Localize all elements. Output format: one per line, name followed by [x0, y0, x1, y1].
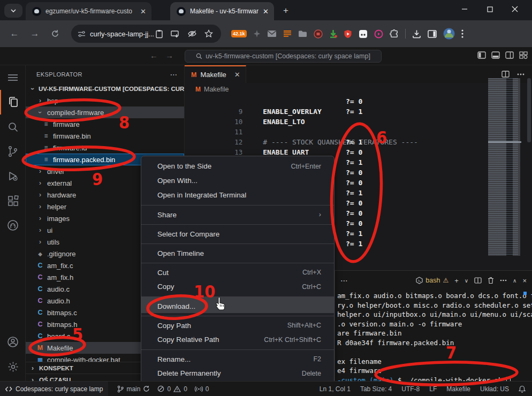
- context-menu-item[interactable]: Copy Relative Path Ctrl+K Ctrl+Shift+C: [141, 332, 334, 347]
- context-menu-item[interactable]: Rename... F2: [141, 349, 334, 366]
- tab-size[interactable]: Tab Size: 4: [360, 385, 392, 393]
- play-circle-extension-icon[interactable]: [374, 29, 383, 39]
- shield-play-extension-icon[interactable]: [344, 29, 352, 39]
- tab-search-button[interactable]: [4, 4, 22, 18]
- browser-tab-1[interactable]: egzumer/uv-k5-firmware-custo ✕: [26, 2, 151, 20]
- sidebar-item-github[interactable]: [0, 213, 26, 238]
- eol[interactable]: LF: [429, 385, 437, 393]
- context-menu-item[interactable]: Select for Compare: [141, 224, 334, 241]
- context-menu-item[interactable]: Open With...: [141, 173, 334, 188]
- new-tab-button[interactable]: +: [279, 4, 292, 17]
- terminal-dropdown-icon[interactable]: ∨: [465, 278, 468, 284]
- notifications-bell-icon[interactable]: [519, 385, 526, 393]
- browser-tab-strip: egzumer/uv-k5-firmware-custo ✕ Makefile …: [0, 0, 532, 20]
- split-editor-icon[interactable]: [501, 71, 510, 78]
- downloads-icon[interactable]: [412, 29, 421, 39]
- tree-row[interactable]: ≡ firmware: [26, 118, 184, 130]
- keyboard-layout[interactable]: Układ: US: [480, 385, 509, 393]
- bookmark-star-icon[interactable]: [204, 29, 213, 38]
- terminal-tab-bash[interactable]: bash ⚠: [416, 277, 449, 284]
- browser-tab-2[interactable]: Makefile - uv-k5-firmware-cust ✕: [170, 2, 274, 20]
- toggle-sidebar-icon[interactable]: [477, 51, 486, 59]
- ports-indicator[interactable]: 0: [191, 382, 213, 396]
- tree-row[interactable]: › compiled-firmware: [26, 106, 184, 118]
- terminal-more-actions-icon[interactable]: [500, 279, 507, 281]
- browser-menu-icon[interactable]: [461, 29, 463, 38]
- terminal-output[interactable]: am_fix.o audio.o bitmaps.o board.o dcs.o…: [335, 290, 532, 385]
- downloader-extension-icon[interactable]: [329, 29, 337, 39]
- remote-indicator[interactable]: Codespaces: curly space lamp: [0, 382, 108, 396]
- forward-icon[interactable]: →: [27, 28, 43, 39]
- tree-row[interactable]: ≡ firmware.bin: [26, 130, 184, 142]
- new-terminal-icon[interactable]: +: [454, 277, 459, 285]
- profile-avatar[interactable]: [443, 28, 455, 40]
- mail-extension-icon[interactable]: [267, 30, 277, 37]
- sidebar-item-search[interactable]: [0, 115, 26, 139]
- reload-icon[interactable]: [47, 29, 63, 38]
- eye-off-icon[interactable]: [187, 30, 197, 37]
- tab-makefile[interactable]: M Makefile ✕: [185, 65, 246, 83]
- toggle-secondary-sidebar-icon[interactable]: [505, 51, 514, 59]
- problems-indicator[interactable]: 0 0: [154, 382, 191, 396]
- close-panel-icon[interactable]: ×: [522, 277, 527, 285]
- tab-close-icon[interactable]: ✕: [140, 7, 146, 16]
- extensions-puzzle-icon[interactable]: [390, 29, 399, 39]
- sidebar-item-source-control[interactable]: [0, 139, 26, 164]
- sidebar-item-explorer[interactable]: [0, 90, 26, 115]
- explorer-more-icon[interactable]: ⋯: [170, 70, 178, 79]
- tree-root-row[interactable]: › UV-K5-FIRMWARE-CUSTOM [CODESPACES: CUR…: [26, 83, 184, 95]
- sidebar-item-extensions[interactable]: [0, 188, 26, 213]
- context-menu-item[interactable]: Open to the Side Ctrl+Enter: [141, 159, 334, 173]
- back-icon[interactable]: ←: [6, 28, 22, 39]
- tree-row-label: images: [47, 215, 70, 223]
- context-menu-item[interactable]: Delete Permanently Delete: [141, 366, 334, 380]
- maximize-panel-icon[interactable]: ∧: [513, 278, 516, 284]
- spark-extension-icon[interactable]: [253, 29, 261, 38]
- settings-gear-icon[interactable]: [0, 354, 26, 379]
- sidebar-item-run-debug[interactable]: [0, 164, 26, 188]
- window-close-button[interactable]: [512, 0, 528, 18]
- editor-scrollbar[interactable]: [527, 78, 531, 142]
- list-extension-icon[interactable]: [283, 30, 292, 37]
- site-settings-icon[interactable]: [78, 30, 86, 38]
- account-icon[interactable]: [0, 330, 26, 354]
- window-minimize-button[interactable]: [461, 0, 477, 18]
- breadcrumb[interactable]: M Makefile: [185, 83, 532, 96]
- adblock-extension-icon[interactable]: 42.1k: [231, 30, 247, 37]
- context-menu-item[interactable]: Download...: [141, 296, 334, 313]
- menu-hamburger-icon[interactable]: [0, 65, 26, 90]
- context-menu-item[interactable]: Cut Ctrl+X: [141, 263, 334, 279]
- minimap[interactable]: [488, 78, 525, 256]
- window-maximize-button[interactable]: [487, 0, 503, 18]
- side-panel-icon[interactable]: [428, 30, 437, 38]
- customize-layout-icon[interactable]: [519, 51, 528, 59]
- split-terminal-icon[interactable]: [474, 277, 482, 284]
- breadcrumb-item[interactable]: Makefile: [204, 86, 229, 93]
- context-menu-item[interactable]: Open in Integrated Terminal: [141, 188, 334, 202]
- tree-row[interactable]: ≡ firmware.ld: [26, 142, 184, 154]
- branch-indicator[interactable]: main: [113, 382, 154, 396]
- robot-eyes-extension-icon[interactable]: [359, 29, 368, 39]
- terminal-tabs-more-icon[interactable]: ⋯: [340, 276, 348, 285]
- encoding[interactable]: UTF-8: [401, 385, 420, 393]
- history-back-icon[interactable]: ←: [150, 51, 158, 60]
- tree-row[interactable]: › bsp: [26, 95, 184, 106]
- command-center-search[interactable]: uv-k5-firmware-custom [Codespaces: curly…: [185, 50, 382, 63]
- tab-close-icon[interactable]: ✕: [263, 7, 269, 16]
- context-menu-item[interactable]: Share ›: [141, 205, 334, 222]
- cursor-position[interactable]: Ln 1, Col 1: [320, 385, 351, 393]
- file-type-icon: ≡: [42, 120, 50, 128]
- kill-terminal-icon[interactable]: [488, 277, 494, 284]
- tab-close-icon[interactable]: ✕: [234, 71, 240, 79]
- camera-extension-icon[interactable]: [314, 29, 323, 39]
- context-menu-item[interactable]: Open Timeline: [141, 243, 334, 260]
- clipboard-icon[interactable]: [155, 29, 163, 39]
- history-forward-icon[interactable]: →: [165, 51, 173, 60]
- toggle-panel-icon[interactable]: [491, 51, 500, 59]
- folder-extension-icon[interactable]: [298, 30, 307, 37]
- context-menu-item[interactable]: Copy Path Shift+Alt+C: [141, 316, 334, 332]
- send-to-device-icon[interactable]: [171, 30, 180, 38]
- context-menu-item[interactable]: Copy Ctrl+C: [141, 279, 334, 294]
- editor-more-actions-icon[interactable]: [517, 73, 525, 75]
- language-mode[interactable]: Makefile: [446, 385, 470, 393]
